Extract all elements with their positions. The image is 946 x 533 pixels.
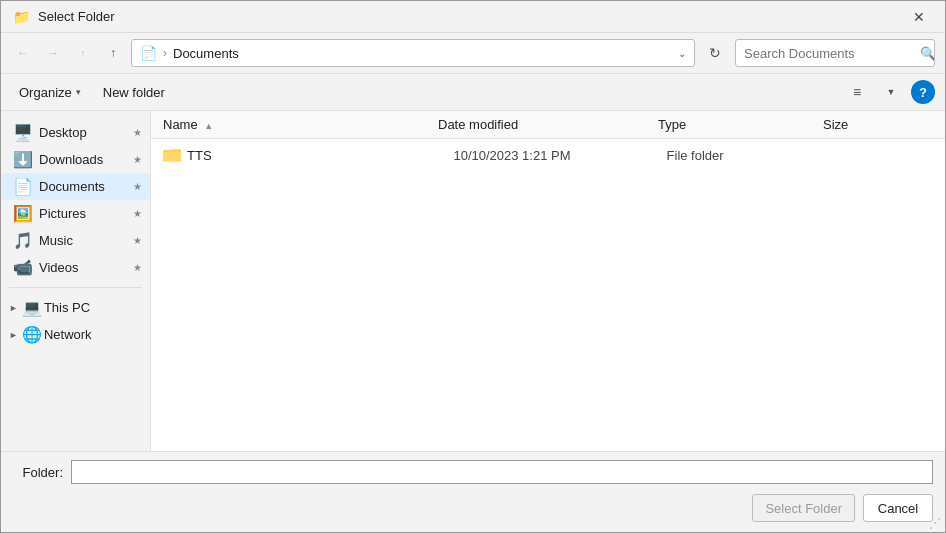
documents-icon: 📄 (13, 177, 31, 196)
title-bar-icon: 📁 (13, 9, 30, 25)
sort-arrow-icon: ▲ (204, 121, 213, 131)
column-size-label: Size (823, 117, 848, 132)
up-button[interactable]: ↑ (101, 41, 125, 65)
sidebar-item-documents[interactable]: 📄 Documents ★ (1, 173, 150, 200)
desktop-icon: 🖥️ (13, 123, 31, 142)
sidebar-label-music: Music (39, 233, 125, 248)
column-name-label: Name (163, 117, 198, 132)
view-button[interactable]: ≡ (843, 78, 871, 106)
title-bar: 📁 Select Folder ✕ (1, 1, 945, 33)
address-bar-row: ← → ↑ ↑ 📄 › Documents ⌄ ↻ 🔍 (1, 33, 945, 74)
resize-grip-icon: ⋰ (929, 516, 941, 530)
sidebar-label-network: Network (44, 327, 142, 342)
back-button[interactable]: ← (11, 41, 35, 65)
desktop-pin-icon: ★ (133, 127, 142, 138)
back-icon: ← (17, 46, 29, 60)
address-chevron-icon: ⌄ (678, 48, 686, 59)
select-folder-button[interactable]: Select Folder (752, 494, 855, 522)
toolbar-row: Organize ▾ New folder ≡ ▼ ? (1, 74, 945, 111)
help-label: ? (919, 85, 927, 100)
folder-icon (163, 146, 181, 165)
close-button[interactable]: ✕ (905, 6, 933, 28)
sidebar-item-network[interactable]: ► 🌐 Network (1, 321, 150, 348)
footer-buttons: Select Folder Cancel (13, 494, 933, 522)
footer: Folder: Select Folder Cancel (1, 451, 945, 532)
videos-pin-icon: ★ (133, 262, 142, 273)
folder-label: Folder: (13, 465, 63, 480)
refresh-icon: ↻ (709, 45, 721, 61)
sidebar-label-this-pc: This PC (44, 300, 142, 315)
forward-icon: → (47, 46, 59, 60)
search-input[interactable] (736, 46, 920, 61)
column-size[interactable]: Size (823, 117, 933, 132)
sidebar-item-videos[interactable]: 📹 Videos ★ (1, 254, 150, 281)
address-path: Documents (173, 46, 672, 61)
search-box[interactable]: 🔍 (735, 39, 935, 67)
sidebar-label-videos: Videos (39, 260, 125, 275)
up-small-button[interactable]: ↑ (71, 41, 95, 65)
sidebar: 🖥️ Desktop ★ ⬇️ Downloads ★ 📄 Documents … (1, 111, 151, 451)
cancel-button[interactable]: Cancel (863, 494, 933, 522)
documents-pin-icon: ★ (133, 181, 142, 192)
file-name-tts: TTS (187, 148, 453, 163)
folder-input[interactable] (71, 460, 933, 484)
this-pc-icon: 💻 (22, 298, 40, 317)
videos-icon: 📹 (13, 258, 31, 277)
up-small-icon: ↑ (81, 48, 86, 59)
dialog-title: Select Folder (38, 9, 115, 24)
sidebar-item-music[interactable]: 🎵 Music ★ (1, 227, 150, 254)
downloads-pin-icon: ★ (133, 154, 142, 165)
music-icon: 🎵 (13, 231, 31, 250)
address-box-icon: 📄 (140, 45, 157, 61)
sidebar-item-pictures[interactable]: 🖼️ Pictures ★ (1, 200, 150, 227)
title-bar-left: 📁 Select Folder (13, 9, 115, 25)
pictures-pin-icon: ★ (133, 208, 142, 219)
folder-input-row: Folder: (13, 460, 933, 484)
new-folder-button[interactable]: New folder (95, 81, 173, 104)
column-date-modified[interactable]: Date modified (438, 117, 658, 132)
main-area: 🖥️ Desktop ★ ⬇️ Downloads ★ 📄 Documents … (1, 111, 945, 451)
organize-label: Organize (19, 85, 72, 100)
sidebar-label-pictures: Pictures (39, 206, 125, 221)
up-icon: ↑ (110, 46, 116, 60)
view-chevron-icon: ▼ (887, 87, 896, 97)
downloads-icon: ⬇️ (13, 150, 31, 169)
forward-button[interactable]: → (41, 41, 65, 65)
pictures-icon: 🖼️ (13, 204, 31, 223)
address-separator: › (163, 46, 167, 60)
sidebar-label-downloads: Downloads (39, 152, 125, 167)
sidebar-item-desktop[interactable]: 🖥️ Desktop ★ (1, 119, 150, 146)
view-chevron-button[interactable]: ▼ (877, 78, 905, 106)
file-list-header: Name ▲ Date modified Type Size (151, 111, 945, 139)
network-chevron-icon: ► (9, 330, 18, 340)
sidebar-label-desktop: Desktop (39, 125, 125, 140)
organize-chevron-icon: ▾ (76, 87, 81, 97)
sidebar-divider (9, 287, 142, 288)
organize-button[interactable]: Organize ▾ (11, 81, 89, 104)
refresh-button[interactable]: ↻ (701, 39, 729, 67)
column-type-label: Type (658, 117, 686, 132)
sidebar-item-downloads[interactable]: ⬇️ Downloads ★ (1, 146, 150, 173)
file-list-body: TTS 10/10/2023 1:21 PM File folder (151, 139, 945, 451)
new-folder-label: New folder (103, 85, 165, 100)
search-icon: 🔍 (920, 39, 935, 67)
sidebar-item-this-pc[interactable]: ► 💻 This PC (1, 294, 150, 321)
column-date-label: Date modified (438, 117, 518, 132)
select-folder-dialog: 📁 Select Folder ✕ ← → ↑ ↑ 📄 › Documents … (0, 0, 946, 533)
table-row[interactable]: TTS 10/10/2023 1:21 PM File folder (151, 143, 945, 168)
view-icon: ≡ (853, 84, 861, 100)
column-type[interactable]: Type (658, 117, 823, 132)
sidebar-label-documents: Documents (39, 179, 125, 194)
music-pin-icon: ★ (133, 235, 142, 246)
file-type-tts: File folder (667, 148, 827, 163)
address-box[interactable]: 📄 › Documents ⌄ (131, 39, 695, 67)
column-name[interactable]: Name ▲ (163, 117, 438, 132)
file-date-tts: 10/10/2023 1:21 PM (453, 148, 666, 163)
file-pane: Name ▲ Date modified Type Size (151, 111, 945, 451)
network-icon: 🌐 (22, 325, 40, 344)
this-pc-chevron-icon: ► (9, 303, 18, 313)
help-button[interactable]: ? (911, 80, 935, 104)
